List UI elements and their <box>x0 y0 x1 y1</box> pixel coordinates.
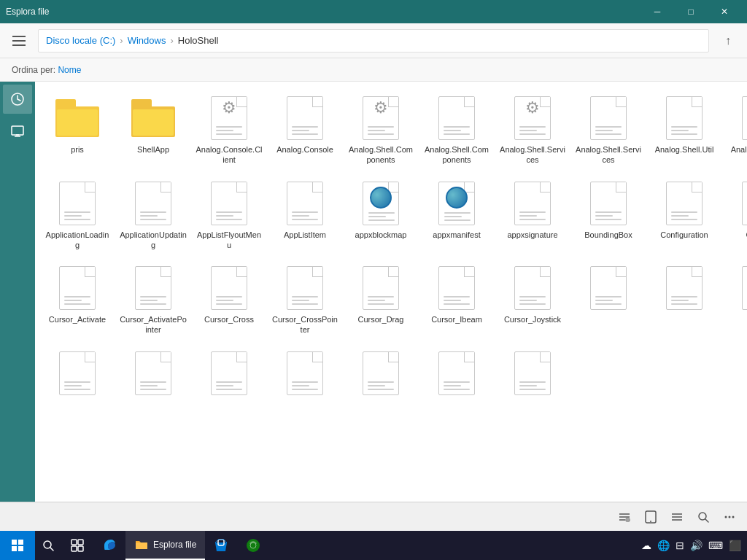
taskbar-xbox-icon[interactable] <box>237 531 269 560</box>
file-name: Analog.Shell.Util <box>731 144 747 155</box>
file-item[interactable] <box>496 344 569 405</box>
file-item[interactable] <box>41 344 114 405</box>
minimize-button[interactable]: ─ <box>640 0 674 23</box>
menu-button[interactable] <box>6 28 32 54</box>
file-item[interactable]: ⚙ Analog.Console.Client <box>193 89 266 171</box>
file-icon <box>585 180 632 227</box>
start-button[interactable] <box>0 531 35 560</box>
display-icon[interactable]: ⊟ <box>676 540 684 551</box>
file-item[interactable]: ⚙ Analog.Shell.Components <box>344 89 417 171</box>
file-item[interactable] <box>572 259 645 341</box>
file-icon <box>206 265 252 311</box>
file-icon <box>282 180 328 227</box>
file-item[interactable]: Configuration <box>648 174 721 257</box>
sort-value[interactable]: Nome <box>58 65 81 75</box>
file-item[interactable]: Cursor_Activate <box>41 259 114 341</box>
breadcrumb-part[interactable]: Disco locale (C:) <box>46 35 115 46</box>
taskbar-edge-icon[interactable] <box>93 531 125 560</box>
address-bar: Disco locale (C:) › Windows › HoloShell … <box>0 23 747 58</box>
file-name: Analog.Shell.Components <box>423 144 490 166</box>
keyboard-icon[interactable]: ⌨ <box>708 540 723 551</box>
file-item[interactable]: AppListItem <box>268 174 341 257</box>
more-options-icon[interactable] <box>718 505 741 529</box>
svg-line-20 <box>50 548 53 551</box>
search-icon[interactable] <box>692 505 715 529</box>
cloud-icon[interactable]: ☁ <box>641 540 651 551</box>
breadcrumb-separator: › <box>120 35 123 46</box>
file-item[interactable] <box>117 344 190 405</box>
file-item[interactable]: appxsignature <box>496 174 569 257</box>
taskbar-search-icon[interactable] <box>35 531 61 560</box>
file-icon <box>130 265 177 311</box>
file-item[interactable]: Cursor_Ibeam <box>420 259 493 341</box>
file-item[interactable]: pris <box>41 89 114 171</box>
network-icon[interactable]: 🌐 <box>657 540 670 551</box>
svg-rect-1 <box>12 126 23 135</box>
file-item[interactable] <box>420 344 493 405</box>
close-button[interactable]: ✕ <box>708 0 741 23</box>
file-item[interactable]: ⚙ Analog.Shell.Services <box>496 89 569 171</box>
file-name: appxmanifest <box>433 230 480 240</box>
file-item[interactable]: AppListFlyoutMenu <box>193 174 266 257</box>
status-bar <box>0 502 747 531</box>
sidebar-recent-icon[interactable] <box>3 85 32 114</box>
taskbar-app-label: Esplora file <box>153 540 196 550</box>
file-item[interactable] <box>724 259 747 341</box>
list-icon[interactable] <box>665 505 689 529</box>
file-item[interactable]: ApplicationUpdating <box>117 174 190 257</box>
file-icon <box>130 95 177 141</box>
file-item[interactable]: Cursor_CrossPointer <box>268 259 341 341</box>
windows-logo-icon <box>12 540 23 551</box>
file-name: Cursor_Joystick <box>504 314 561 324</box>
file-name: Analog.Shell.Services <box>575 144 642 166</box>
audio-icon[interactable]: 🔊 <box>690 540 703 551</box>
file-item[interactable]: Analog.Shell.Components <box>420 89 493 171</box>
file-name: Cursor_ActivatePointer <box>120 314 187 335</box>
maximize-button[interactable]: □ <box>674 0 708 23</box>
breadcrumb[interactable]: Disco locale (C:) › Windows › HoloShell <box>38 29 709 52</box>
file-item[interactable]: Analog.Shell.Util <box>648 89 721 171</box>
svg-point-18 <box>732 516 735 518</box>
content-area[interactable]: pris ShellApp ⚙ Analog.Console.Client An… <box>35 82 747 502</box>
file-icon <box>130 180 177 227</box>
file-name: ShellApp <box>137 144 169 155</box>
file-item[interactable] <box>193 344 266 405</box>
checklist-icon[interactable] <box>613 505 636 529</box>
task-view-button[interactable] <box>61 531 93 560</box>
monitor-icon[interactable]: ⬛ <box>729 540 741 551</box>
file-item[interactable]: appxmanifest <box>420 174 493 257</box>
file-item[interactable]: Cursor_ActivatePointer <box>117 259 190 341</box>
file-name: pris <box>71 144 84 155</box>
sort-label: Ordina per: <box>12 65 55 75</box>
hamburger-line <box>12 36 26 37</box>
file-item[interactable]: Cursor_Cross <box>193 259 266 341</box>
svg-point-10 <box>650 521 651 522</box>
file-item[interactable]: Analog.Shell.Services <box>572 89 645 171</box>
file-item[interactable]: Analog.Console <box>268 89 341 171</box>
file-item[interactable]: ShellApp <box>117 89 190 171</box>
file-item[interactable] <box>268 344 341 405</box>
sidebar-device-icon[interactable] <box>3 117 32 146</box>
tablet-icon[interactable] <box>639 505 662 529</box>
file-item[interactable]: appxblockmap <box>344 174 417 257</box>
svg-point-17 <box>729 516 731 518</box>
svg-line-15 <box>705 519 708 522</box>
taskbar-store-icon[interactable] <box>205 531 237 560</box>
file-item[interactable]: Cortana <box>724 174 747 257</box>
svg-rect-23 <box>71 546 77 551</box>
file-name: ApplicationLoading <box>44 230 111 251</box>
file-item[interactable] <box>648 259 721 341</box>
up-button[interactable]: ↑ <box>715 28 741 54</box>
file-name: AppListItem <box>284 230 326 240</box>
breadcrumb-part[interactable]: Windows <box>128 35 166 46</box>
window-title: Esplora file <box>6 7 49 17</box>
taskbar-file-explorer[interactable]: Esplora file <box>125 531 205 560</box>
file-name: Analog.Shell.Services <box>499 144 566 166</box>
file-item[interactable]: Cursor_Drag <box>344 259 417 341</box>
file-item[interactable]: Cursor_Joystick <box>496 259 569 341</box>
file-item[interactable]: ApplicationLoading <box>41 174 114 257</box>
file-item[interactable] <box>344 344 417 405</box>
file-item[interactable]: BoundingBox <box>572 174 645 257</box>
svg-point-16 <box>725 516 727 518</box>
file-item[interactable]: Analog.Shell.Util <box>724 89 747 171</box>
